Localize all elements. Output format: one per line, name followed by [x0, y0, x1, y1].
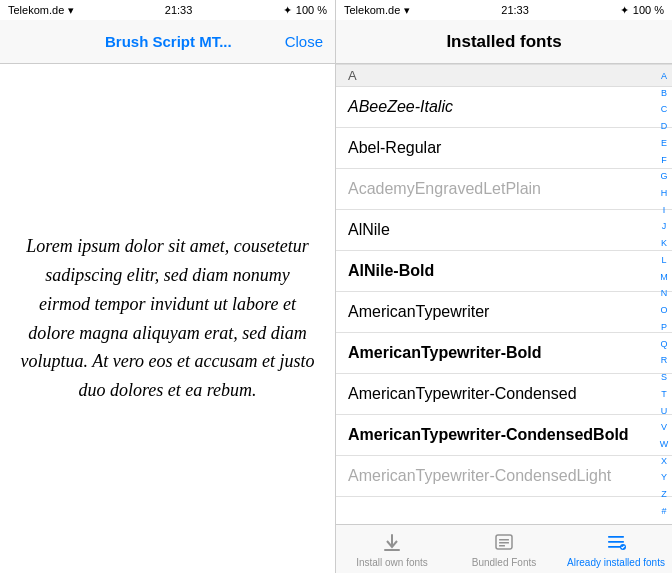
- tab-already-installed-label: Already installed fonts: [567, 558, 665, 568]
- right-bluetooth-icon: ✦: [620, 4, 629, 17]
- left-status-bar: Telekom.de ▾ 21:33 ✦ 100 %: [0, 0, 335, 20]
- alphabet-letter-e[interactable]: E: [661, 139, 667, 148]
- tab-already-installed[interactable]: Already installed fonts: [560, 525, 672, 573]
- right-battery-label: 100 %: [633, 4, 664, 16]
- alphabet-letter-x[interactable]: X: [661, 457, 667, 466]
- svg-rect-7: [608, 541, 624, 543]
- font-list-item[interactable]: AlNile-Bold: [336, 251, 672, 292]
- left-status-bar-right: ✦ 100 %: [283, 4, 327, 17]
- alphabet-letter-n[interactable]: N: [661, 289, 668, 298]
- font-list-item[interactable]: AlNile: [336, 210, 672, 251]
- alphabet-index[interactable]: ABCDEFGHIJKLMNOPQRSTUVWXYZ#: [656, 64, 672, 524]
- right-status-bar: Telekom.de ▾ 21:33 ✦ 100 %: [336, 0, 672, 20]
- close-button[interactable]: Close: [285, 33, 323, 50]
- font-list-item[interactable]: AmericanTypewriter: [336, 292, 672, 333]
- alphabet-letter-a[interactable]: A: [661, 72, 667, 81]
- preview-text: Lorem ipsum dolor sit amet, cousetetur s…: [20, 232, 315, 405]
- alphabet-letter-v[interactable]: V: [661, 423, 667, 432]
- left-time: 21:33: [165, 4, 193, 16]
- svg-rect-0: [384, 549, 400, 551]
- font-list-item[interactable]: ABeeZee-Italic: [336, 87, 672, 128]
- svg-rect-5: [499, 545, 505, 547]
- right-carrier: Telekom.de: [344, 4, 400, 16]
- alphabet-letter-p[interactable]: P: [661, 323, 667, 332]
- alphabet-letter-t[interactable]: T: [661, 390, 667, 399]
- font-list-item[interactable]: AcademyEngravedLetPlain: [336, 169, 672, 210]
- tab-install-own-fonts[interactable]: Install own fonts: [336, 525, 448, 573]
- alphabet-letter-s[interactable]: S: [661, 373, 667, 382]
- bundled-fonts-icon: [493, 531, 515, 556]
- font-list-item[interactable]: AmericanTypewriter-Condensed: [336, 374, 672, 415]
- svg-rect-1: [391, 534, 393, 546]
- font-list-item[interactable]: Abel-Regular: [336, 128, 672, 169]
- tab-install-own-fonts-label: Install own fonts: [356, 558, 428, 568]
- alphabet-letter-o[interactable]: O: [660, 306, 667, 315]
- left-carrier: Telekom.de: [8, 4, 64, 16]
- tab-bundled-fonts[interactable]: Bundled Fonts: [448, 525, 560, 573]
- left-panel: Telekom.de ▾ 21:33 ✦ 100 % Brush Script …: [0, 0, 336, 573]
- section-header-a: A: [336, 64, 672, 87]
- svg-rect-6: [608, 536, 624, 538]
- font-list-item[interactable]: AmericanTypewriter-CondensedBold: [336, 415, 672, 456]
- left-battery-label: 100 %: [296, 4, 327, 16]
- alphabet-letter-k[interactable]: K: [661, 239, 667, 248]
- font-preview-area: Lorem ipsum dolor sit amet, cousetetur s…: [0, 64, 335, 573]
- font-list-item[interactable]: AmericanTypewriter-CondensedLight: [336, 456, 672, 497]
- alphabet-letter-z[interactable]: Z: [661, 490, 667, 499]
- alphabet-letter-g[interactable]: G: [660, 172, 667, 181]
- alphabet-letter-u[interactable]: U: [661, 407, 668, 416]
- right-wifi-icon: ▾: [404, 4, 410, 17]
- alphabet-letter-d[interactable]: D: [661, 122, 668, 131]
- left-nav-bar: Brush Script MT... Close: [0, 20, 335, 64]
- right-nav-title: Installed fonts: [446, 32, 561, 52]
- left-bluetooth-icon: ✦: [283, 4, 292, 17]
- right-panel: Telekom.de ▾ 21:33 ✦ 100 % Installed fon…: [336, 0, 672, 573]
- alphabet-letter-f[interactable]: F: [661, 156, 667, 165]
- alphabet-letter-l[interactable]: L: [661, 256, 666, 265]
- right-time: 21:33: [501, 4, 529, 16]
- tab-bar: Install own fonts Bundled Fonts: [336, 524, 672, 573]
- right-status-bar-right: ✦ 100 %: [620, 4, 664, 17]
- right-status-bar-left: Telekom.de ▾: [344, 4, 410, 17]
- right-nav-bar: Installed fonts: [336, 20, 672, 64]
- alphabet-letter-w[interactable]: W: [660, 440, 669, 449]
- left-status-bar-left: Telekom.de ▾: [8, 4, 74, 17]
- left-nav-title: Brush Script MT...: [52, 33, 285, 50]
- font-list-item[interactable]: AmericanTypewriter-Bold: [336, 333, 672, 374]
- alphabet-letter-q[interactable]: Q: [660, 340, 667, 349]
- alphabet-letter-c[interactable]: C: [661, 105, 668, 114]
- font-items-container: ABeeZee-ItalicAbel-RegularAcademyEngrave…: [336, 87, 672, 497]
- tab-bundled-fonts-label: Bundled Fonts: [472, 558, 537, 568]
- alphabet-letter-b[interactable]: B: [661, 89, 667, 98]
- alphabet-letter-y[interactable]: Y: [661, 473, 667, 482]
- alphabet-letter-#[interactable]: #: [661, 507, 666, 516]
- left-wifi-icon: ▾: [68, 4, 74, 17]
- alphabet-letter-h[interactable]: H: [661, 189, 668, 198]
- already-installed-icon: [605, 531, 627, 556]
- alphabet-letter-r[interactable]: R: [661, 356, 668, 365]
- alphabet-letter-m[interactable]: M: [660, 273, 668, 282]
- install-own-fonts-icon: [381, 531, 403, 556]
- alphabet-letter-j[interactable]: J: [662, 222, 667, 231]
- alphabet-letter-i[interactable]: I: [663, 206, 666, 215]
- font-list[interactable]: A ABeeZee-ItalicAbel-RegularAcademyEngra…: [336, 64, 672, 524]
- svg-rect-4: [499, 542, 509, 544]
- svg-rect-3: [499, 539, 509, 541]
